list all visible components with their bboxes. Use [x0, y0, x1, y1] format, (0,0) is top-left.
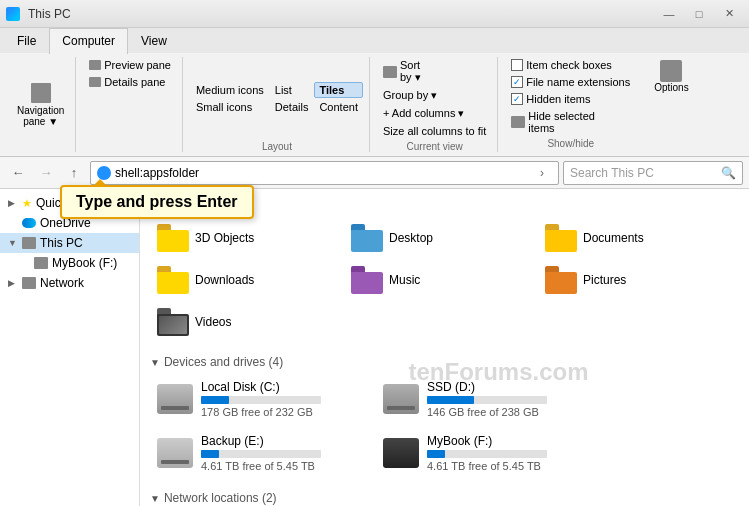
- current-view-label: Current view: [407, 141, 463, 152]
- folder-name-documents: Documents: [583, 231, 644, 245]
- drive-icon-d: [383, 384, 419, 414]
- group-by-label: Group by ▾: [383, 89, 437, 102]
- sidebar-item-label: MyBook (F:): [52, 256, 117, 270]
- up-button[interactable]: ↑: [62, 161, 86, 185]
- options-label: Options: [654, 82, 688, 93]
- ribbon-content: Navigationpane ▼ Preview pane Details pa…: [0, 53, 749, 156]
- tab-file[interactable]: File: [4, 28, 49, 53]
- hide-selected-icon: [511, 116, 525, 128]
- file-extensions-button[interactable]: ✓ File name extensions: [506, 74, 635, 90]
- drive-item-c[interactable]: Local Disk (C:) 178 GB free of 232 GB: [150, 375, 370, 423]
- folder-icon-downloads: [157, 266, 189, 294]
- drive-name-c: Local Disk (C:): [201, 380, 321, 394]
- folder-item-pictures[interactable]: Pictures: [538, 261, 728, 299]
- sort-by-button[interactable]: Sortby ▾: [378, 57, 491, 86]
- small-icons-button[interactable]: Small icons: [191, 99, 269, 115]
- main-area: ▶ ★ Quick access OneDrive ▼ This PC MyBo…: [0, 189, 749, 506]
- sidebar-item-network[interactable]: ▶ Network: [0, 273, 139, 293]
- folder-item-documents[interactable]: Documents: [538, 219, 728, 257]
- item-checkboxes-label: Item check boxes: [526, 59, 612, 71]
- folder-icon-pictures: [545, 266, 577, 294]
- drive-icon-f: [383, 438, 419, 468]
- details-button[interactable]: Details: [270, 99, 314, 115]
- forward-button[interactable]: →: [34, 161, 58, 185]
- drives-section-header: ▼ Devices and drives (4): [150, 351, 739, 375]
- shell-icon: [97, 166, 111, 180]
- details-pane-button[interactable]: Details pane: [84, 74, 176, 90]
- sidebar-item-label: This PC: [40, 236, 83, 250]
- folder-name-desktop: Desktop: [389, 231, 433, 245]
- title-bar-buttons: — □ ✕: [655, 3, 743, 25]
- network-arrow-header: ▼: [150, 493, 160, 504]
- size-columns-button[interactable]: Size all columns to fit: [378, 123, 491, 139]
- show-hide-label: Show/hide: [547, 138, 594, 149]
- tiles-button[interactable]: Tiles: [314, 82, 363, 98]
- medium-icons-button[interactable]: Medium icons: [191, 82, 269, 98]
- drive-item-d[interactable]: SSD (D:) 146 GB free of 238 GB: [376, 375, 596, 423]
- drive-fill-d: [427, 396, 474, 404]
- nav-bar: ← → ↑ shell:appsfolder › Type and press …: [0, 157, 749, 189]
- folder-item-videos[interactable]: Videos: [150, 303, 340, 341]
- drive-info-d: SSD (D:) 146 GB free of 238 GB: [427, 380, 547, 418]
- sidebar-item-thispc[interactable]: ▼ This PC: [0, 233, 139, 253]
- details-pane-label: Details pane: [104, 76, 165, 88]
- folder-name-music: Music: [389, 273, 420, 287]
- title-bar-title: This PC: [28, 7, 71, 21]
- address-bar[interactable]: shell:appsfolder ›: [90, 161, 559, 185]
- maximize-button[interactable]: □: [685, 3, 713, 25]
- folder-item-desktop[interactable]: Desktop: [344, 219, 534, 257]
- content-button[interactable]: Content: [314, 99, 363, 115]
- quickaccess-arrow: ▶: [8, 198, 18, 208]
- medium-icons-label: Medium icons: [196, 84, 264, 96]
- drive-icon-e: [157, 438, 193, 468]
- tab-view[interactable]: View: [128, 28, 180, 53]
- item-checkboxes-button[interactable]: Item check boxes: [506, 57, 635, 73]
- drive-bar-d: [427, 396, 547, 404]
- address-dropdown-arrow[interactable]: ›: [532, 166, 552, 180]
- folders-grid: 3D Objects Desktop Documents: [150, 219, 739, 341]
- nav-pane-icon: [31, 83, 51, 103]
- details-pane-icon: [89, 77, 101, 87]
- drive-item-f[interactable]: MyBook (F:) 4.61 TB free of 5.45 TB: [376, 429, 596, 477]
- list-button[interactable]: List: [270, 82, 314, 98]
- ribbon-section-layout: Medium icons Small icons List Details: [185, 57, 370, 152]
- title-bar-left: This PC: [6, 7, 71, 21]
- preview-pane-button[interactable]: Preview pane: [84, 57, 176, 73]
- drive-bar-f: [427, 450, 547, 458]
- nav-pane-button[interactable]: Navigationpane ▼: [12, 80, 69, 130]
- quickaccess-icon: ★: [22, 197, 32, 210]
- drive-info-e: Backup (E:) 4.61 TB free of 5.45 TB: [201, 434, 321, 472]
- drive-name-e: Backup (E:): [201, 434, 321, 448]
- search-bar[interactable]: Search This PC 🔍: [563, 161, 743, 185]
- sidebar-item-mybook[interactable]: MyBook (F:): [0, 253, 139, 273]
- drive-fill-e: [201, 450, 219, 458]
- minimize-button[interactable]: —: [655, 3, 683, 25]
- close-button[interactable]: ✕: [715, 3, 743, 25]
- network-section-title: Network locations (2): [164, 491, 277, 505]
- add-columns-button[interactable]: + Add columns ▾: [378, 105, 491, 122]
- folder-icon-music: [351, 266, 383, 294]
- onedrive-icon: [22, 218, 36, 228]
- folder-item-music[interactable]: Music: [344, 261, 534, 299]
- tooltip-bubble: Type and press Enter: [60, 185, 254, 219]
- thispc-arrow: ▼: [8, 238, 18, 248]
- hidden-items-button[interactable]: ✓ Hidden items: [506, 91, 635, 107]
- drive-item-e[interactable]: Backup (E:) 4.61 TB free of 5.45 TB: [150, 429, 370, 477]
- sidebar-item-label: Network: [40, 276, 84, 290]
- network-section-header: ▼ Network locations (2): [150, 487, 739, 506]
- ribbon: File Computer View Navigationpane ▼ Prev…: [0, 28, 749, 157]
- group-by-button[interactable]: Group by ▾: [378, 87, 491, 104]
- back-button[interactable]: ←: [6, 161, 30, 185]
- address-text: shell:appsfolder: [115, 166, 199, 180]
- ribbon-section-currentview: Sortby ▾ Group by ▾ + Add columns ▾ Size…: [372, 57, 498, 152]
- sort-icon: [383, 66, 397, 78]
- tab-computer[interactable]: Computer: [49, 28, 128, 54]
- folder-item-downloads[interactable]: Downloads: [150, 261, 340, 299]
- sidebar: ▶ ★ Quick access OneDrive ▼ This PC MyBo…: [0, 189, 140, 506]
- folder-name-pictures: Pictures: [583, 273, 626, 287]
- hide-selected-button[interactable]: Hide selecteditems: [506, 108, 635, 136]
- folder-item-3dobjects[interactable]: 3D Objects: [150, 219, 340, 257]
- folder-icon-3dobjects: [157, 224, 189, 252]
- drive-info-f: MyBook (F:) 4.61 TB free of 5.45 TB: [427, 434, 547, 472]
- options-button[interactable]: Options: [649, 57, 693, 96]
